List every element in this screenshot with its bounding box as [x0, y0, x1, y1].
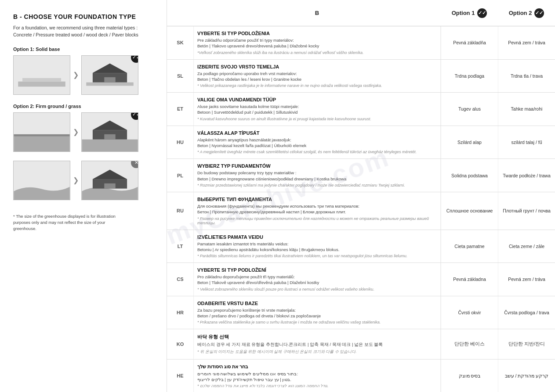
lang-title: IZBERITE SVOJO VRSTO TEMELJA — [197, 64, 437, 69]
header-option2: Option 2 ✓✓ — [498, 8, 555, 18]
lang-body: Alapként három anyagtípus használatát ja… — [197, 137, 437, 149]
option-cols: Pevná základňa Pevná zem / tráva — [441, 26, 555, 59]
lang-content: IZBERITE SVOJO VRSTO TEMELJA Za podlago … — [193, 60, 441, 93]
table-row: PL WYBIERZ TYP FUNDAMENTÓW Do budowy pod… — [167, 159, 555, 192]
lang-content: IZVĒLIETIES PAMATA VEIDU Pamatam iesakām… — [193, 230, 441, 263]
lang-code: SK — [167, 26, 193, 59]
svg-rect-11 — [104, 134, 115, 139]
svg-rect-1 — [22, 78, 61, 81]
section-subtitle: For a foundation, we recommend using thr… — [13, 25, 158, 39]
svg-rect-0 — [18, 81, 65, 86]
lang-code: HR — [167, 296, 193, 329]
table-row: SL IZBERITE SVOJO VRSTO TEMELJA Za podla… — [167, 60, 555, 93]
header-option2-label: Option 2 — [509, 10, 532, 16]
option1-col: Сплошное основание — [441, 192, 498, 230]
lang-body: Для основания (фундамента) мы рекомендуе… — [197, 203, 437, 215]
option1-col: בסיס מוצק — [441, 360, 498, 392]
lang-code: CS — [167, 263, 193, 296]
option1-img-flat — [13, 55, 70, 95]
option2-label: Option 2: Firm ground / grass — [13, 104, 158, 109]
lang-code: HU — [167, 126, 193, 159]
svg-rect-8 — [82, 139, 138, 151]
lang-title: 바닥 유형 선택 — [197, 334, 437, 340]
option2-col: szilárd talaj / fű — [498, 126, 555, 159]
header-option2-check: ✓✓ — [534, 8, 544, 18]
right-panel: B Option 1 ✓✓ Option 2 ✓✓ SK VYBERTE SI … — [167, 0, 555, 392]
header-option1-check: ✓✓ — [477, 8, 487, 18]
table-row: HR ODABERITE VRSTU BAZE Za bazu preporuč… — [167, 296, 555, 330]
option1-col: Pevná základňa — [441, 26, 498, 59]
option2-img-greenhouse: ✓✓ — [81, 112, 138, 152]
option-cols: Szilárd alap szilárd talaj / fű — [441, 126, 555, 159]
table-row: SK VYBERTE SI TYP PODLOŽENIA Pre základň… — [167, 26, 555, 60]
lang-body: Za bazu preporučujemo korištenje tri vrs… — [197, 307, 437, 319]
lang-body: Pre základňu odporúčame použiť tri typy … — [197, 37, 437, 49]
svg-marker-10 — [93, 120, 127, 130]
svg-rect-6 — [14, 136, 69, 151]
lang-code: HE — [167, 360, 193, 392]
lang-note: * Kuvatud kasvuhoone suurus on ainult il… — [197, 117, 437, 121]
lang-code: PL — [167, 159, 193, 192]
lang-body: Pamatam iesakām izmantot trīs materiālu … — [197, 241, 437, 253]
lang-title: ODABERITE VRSTU BAZE — [197, 301, 437, 306]
option1-image-row: ❯ ✓✓ — [13, 55, 158, 95]
lang-body: בתור בסיס אנו ממליצים לשימוש בשלושה סוגי… — [197, 371, 437, 383]
table-row: KO 바닥 유형 선택 베이스의 경우 세 가지 재료 유형을 추천합니다.콘크… — [167, 329, 555, 359]
option2-col: Pevná zem / tráva — [498, 26, 555, 59]
lang-title: VÁLASSZA ALAP TÍPUSÁT — [197, 130, 437, 136]
lang-code: RU — [167, 192, 193, 230]
lang-note: * Prikazana veličina staklenika je samo … — [197, 320, 437, 324]
option-cols: Solidna podstawa Twarde podłoże / trawa — [441, 159, 555, 192]
option3-img-greenhouse: ✕ — [81, 161, 138, 200]
option-cols: Pevná základna Pevná zem / tráva — [441, 263, 555, 296]
lang-body: 베이스의 경우 세 가지 재료 유형을 추천합니다.콘크리트 | 압축 목재 /… — [197, 342, 437, 347]
option-cols: Tugev alus Tahke maa/rohi — [441, 93, 555, 126]
section-title: B - CHOOSE YOUR FOUNDATION TYPE — [13, 13, 158, 20]
svg-rect-7 — [14, 134, 69, 136]
table-row: RU ВЫБЕРИТЕ ТИП ФУНДАМЕНТА Для основания… — [167, 192, 555, 230]
lang-note: * Parādītās siltumnīcas lielums ir pared… — [197, 254, 437, 258]
table-row: ET VALIGE OMA VUNDAMENDI TÜÜP Aluse jaok… — [167, 93, 555, 126]
option-cols: Trdna podlaga Trdna tla / trava — [441, 60, 555, 93]
header-row: B Option 1 ✓✓ Option 2 ✓✓ — [167, 0, 555, 26]
option1-col: Čvrsti okvir — [441, 296, 498, 329]
arrow-icon-1: ❯ — [73, 71, 79, 79]
option1-col: Trdna podlaga — [441, 60, 498, 93]
lang-code: ET — [167, 93, 193, 126]
option2-col: Čvrsta podloga / trava — [498, 296, 555, 329]
option2-image-row: ❯ ✓✓ — [13, 112, 158, 152]
option2-col: Trdna tla / trava — [498, 60, 555, 93]
lang-code: SL — [167, 60, 193, 93]
option2-col: Pevná zem / tráva — [498, 263, 555, 296]
option2-col: קרקע מהודקת / עשב — [498, 360, 555, 392]
option2-img-ground — [13, 112, 70, 152]
header-center-label: B — [167, 10, 441, 16]
option1-col: Szilárd alap — [441, 126, 498, 159]
lang-note: * גודל החממה המוצג הוא לצרכי דוגמה בלבד … — [197, 384, 437, 388]
option1-img-greenhouse: ✓✓ — [81, 55, 138, 95]
option2-col: 단단한 지반/잔디 — [498, 329, 555, 359]
lang-title: VALIGE OMA VUNDAMENDI TÜÜP — [197, 97, 437, 102]
header-options: Option 1 ✓✓ Option 2 ✓✓ — [441, 8, 555, 18]
lang-title: VYBERTE SI TYP PODLOŽENÍ — [197, 267, 437, 273]
lang-code: LT — [167, 230, 193, 263]
lang-content: ODABERITE VRSTU BAZE Za bazu preporučuje… — [193, 296, 441, 329]
option1-col: Pevná základna — [441, 263, 498, 296]
lang-title: IZVĒLIETIES PAMATA VEIDU — [197, 234, 437, 240]
lang-title: VYBERTE SI TYP PODLOŽENIA — [197, 31, 437, 36]
page: myCarchive.com B - CHOOSE YOUR FOUNDATIO… — [0, 0, 555, 392]
option-cols: בסיס מוצק קרקע מהודקת / עשב — [441, 360, 555, 392]
lang-title: בחר את סוג היסודות שלך — [197, 364, 437, 370]
lang-title: WYBIERZ TYP FUNDAMENTÓW — [197, 163, 437, 169]
lang-content: WYBIERZ TYP FUNDAMENTÓW Do budowy podsta… — [193, 159, 441, 192]
lang-body: Do budowy podstawy polecamy trzy typy ma… — [197, 170, 437, 182]
option1-block: Option 1: Solid base ❯ — [13, 47, 158, 95]
table-row: LT IZVĒLIETIES PAMATA VEIDU Pamatam iesa… — [167, 230, 555, 263]
lang-content: VÁLASSZA ALAP TÍPUSÁT Alapként három any… — [193, 126, 441, 159]
option2-block: Option 2: Firm ground / grass ❯ — [13, 104, 158, 152]
lang-note: * 위 온실의 이미지는 도움을 위한 예시이며 실제 구매하신 온실의 크기와… — [197, 349, 437, 355]
lang-content: 바닥 유형 선택 베이스의 경우 세 가지 재료 유형을 추천합니다.콘크리트 … — [193, 329, 441, 359]
table-row: HU VÁLASSZA ALAP TÍPUSÁT Alapként három … — [167, 126, 555, 159]
lang-content: VYBERTE SI TYP PODLOŽENIA Pre základňu o… — [193, 26, 441, 59]
lang-body: Pro základnu doporučujeme použít tři typ… — [197, 274, 437, 286]
